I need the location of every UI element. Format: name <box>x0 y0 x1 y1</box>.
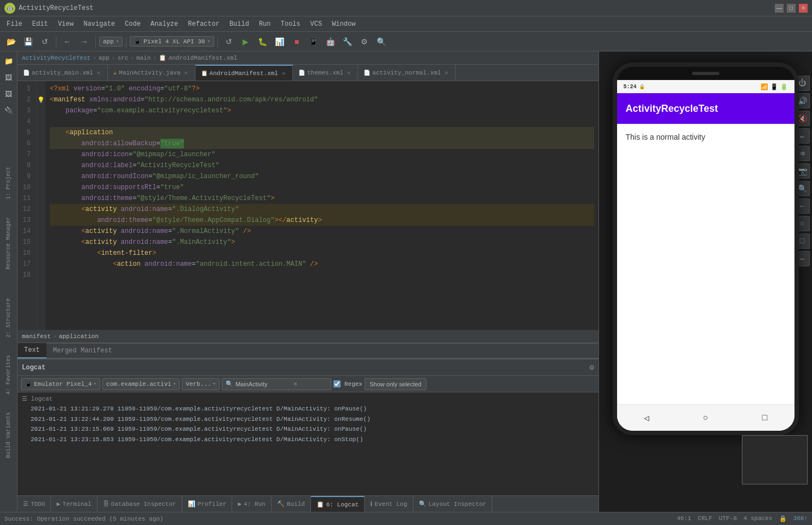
line-num-12: 12 <box>18 204 33 215</box>
emulator-selector[interactable]: 📱 Pixel 4 XL API 30 ▾ <box>130 36 214 47</box>
toolbar-back-btn[interactable]: ← <box>60 35 75 49</box>
phone-recent-btn[interactable]: □ <box>756 409 774 427</box>
tab-close-androidmanifest[interactable]: ✕ <box>280 70 287 77</box>
phone-battery-icon: 🔋 <box>780 83 788 90</box>
breadcrumb-src[interactable]: src <box>117 55 128 61</box>
editor-bottom-wrapper: 1 2 3 4 5 6 7 8 9 10 11 12 13 14 15 16 1 <box>18 81 598 512</box>
sidebar-label-structure[interactable]: 2: Structure <box>4 296 13 340</box>
toolbar-open-btn[interactable]: 📂 <box>3 35 19 49</box>
toolbar-reload-btn[interactable]: ↺ <box>221 35 237 49</box>
toolbar-run-btn[interactable]: ▶ <box>238 35 254 49</box>
sidebar-project-icon[interactable]: 📁 <box>1 54 16 69</box>
bottom-tab-run-icon: ▶ <box>238 500 241 507</box>
package-select[interactable]: com.example.activi ▾ <box>102 378 180 390</box>
bottom-tab-build[interactable]: 🔨 Build <box>272 496 311 512</box>
tab-androidmanifest[interactable]: 📋 AndroidManifest.xml ✕ <box>195 65 293 81</box>
nav-manifest[interactable]: manifest <box>22 333 51 340</box>
toolbar-stop-btn[interactable]: ■ <box>289 35 304 49</box>
toolbar-forward-btn[interactable]: → <box>77 35 92 49</box>
bottom-tab-profiler[interactable]: 📊 Profiler <box>182 496 233 512</box>
status-git-icon: 368↑ <box>793 515 808 522</box>
bottom-tab-layout[interactable]: 🔍 Layout Inspector <box>413 496 493 512</box>
logcat-search[interactable]: 🔍 ✕ <box>222 378 331 390</box>
phone-nav-bar: ◁ ○ □ <box>617 404 794 431</box>
bottom-panel: Logcat ⚙ 📱 Emulator Pixel_4 ▾ com.exampl… <box>18 358 598 512</box>
sidebar-plugin-icon[interactable]: 🔌 <box>1 103 16 118</box>
editor: 1 2 3 4 5 6 7 8 9 10 11 12 13 14 15 16 1 <box>18 81 598 330</box>
app-selector[interactable]: app ▾ <box>99 37 123 47</box>
minimize-button[interactable]: — <box>775 4 784 13</box>
maximize-button[interactable]: □ <box>787 4 796 13</box>
sidebar-image2-icon[interactable]: 🖼 <box>1 87 16 102</box>
tab-merged-manifest[interactable]: Merged Manifest <box>47 343 119 358</box>
code-line-6: android:allowBackup="true" <box>50 138 594 149</box>
editor-content[interactable]: <?xml version="1.0" encoding="utf-8"?> <… <box>45 81 598 330</box>
toolbar-device-btn[interactable]: 📱 <box>306 35 321 49</box>
menu-file[interactable]: File <box>2 19 27 29</box>
menu-code[interactable]: Code <box>120 19 145 29</box>
tab-close-mainactivity[interactable]: ✕ <box>183 69 189 77</box>
menu-build[interactable]: Build <box>225 19 254 29</box>
menu-view[interactable]: View <box>54 19 78 29</box>
breadcrumb-manifest[interactable]: AndroidManifest.xml <box>169 55 237 61</box>
breadcrumb-app[interactable]: app <box>99 55 110 61</box>
toolbar-save-btn[interactable]: 💾 <box>20 35 36 49</box>
menu-window[interactable]: Window <box>327 19 360 29</box>
toolbar-avd-btn[interactable]: 🤖 <box>323 35 338 49</box>
level-select[interactable]: Verb... ▾ <box>182 378 220 390</box>
tab-text[interactable]: Text <box>18 343 47 358</box>
phone-app-bar: ActivityRecycleTest <box>617 93 794 124</box>
menu-run[interactable]: Run <box>255 19 275 29</box>
line-num-4: 4 <box>18 116 33 127</box>
tab-close-activity-main[interactable]: ✕ <box>95 69 102 77</box>
tab-close-activity-normal[interactable]: ✕ <box>443 69 450 77</box>
menu-navigate[interactable]: Navigate <box>79 19 119 29</box>
toolbar-search-btn[interactable]: 🔍 <box>374 35 389 49</box>
bottom-tab-profiler-icon: 📊 <box>188 500 195 507</box>
toolbar-sync-btn[interactable]: ↺ <box>37 35 53 49</box>
toolbar-sdk-btn[interactable]: 🔧 <box>340 35 355 49</box>
regex-checkbox[interactable] <box>333 380 341 387</box>
tab-themes[interactable]: 📄 themes.xml ✕ <box>293 65 358 81</box>
tab-activity-normal[interactable]: 📄 activity_normal.xml ✕ <box>358 65 456 81</box>
toolbar-debug-btn[interactable]: 🐛 <box>255 35 270 49</box>
menu-vcs[interactable]: VCS <box>306 19 327 29</box>
menu-analyze[interactable]: Analyze <box>146 19 182 29</box>
sidebar-label-favorites[interactable]: 4: Favorites <box>4 353 13 397</box>
menu-edit[interactable]: Edit <box>28 19 53 29</box>
sidebar-label-project[interactable]: 1: Project <box>4 164 13 202</box>
status-position: 46:1 <box>677 515 691 522</box>
code-line-15: <activity android:name=".MainActivity"> <box>50 237 594 248</box>
bottom-tab-eventlog[interactable]: ℹ Event Log <box>365 496 413 512</box>
device-select-chevron: ▾ <box>94 381 96 387</box>
phone-home-btn[interactable]: ○ <box>697 409 715 427</box>
logcat-search-input[interactable] <box>235 381 290 387</box>
close-button[interactable]: ✕ <box>799 4 808 13</box>
bottom-tab-todo[interactable]: ☰ TODO <box>18 496 51 512</box>
device-select[interactable]: 📱 Emulator Pixel_4 ▾ <box>21 378 100 390</box>
tab-mainactivity[interactable]: ☕ MainActivity.java ✕ <box>108 65 195 81</box>
gutter-10 <box>37 138 45 149</box>
menu-refactor[interactable]: Refactor <box>183 19 224 29</box>
bottom-tab-run[interactable]: ▶ 4: Run <box>232 496 271 512</box>
bottom-tab-logcat[interactable]: 📋 6: Logcat <box>311 496 365 512</box>
logcat-search-clear[interactable]: ✕ <box>292 380 298 388</box>
menu-tools[interactable]: Tools <box>277 19 305 29</box>
bottom-tab-terminal[interactable]: ▶ Terminal <box>51 496 97 512</box>
sidebar-image-icon[interactable]: 🖼 <box>1 70 16 85</box>
tab-label-activity-normal: activity_normal.xml <box>372 70 441 76</box>
breadcrumb-project[interactable]: ActivityRecycleTest <box>22 55 90 61</box>
sidebar-label-build-variants[interactable]: Build Variants <box>4 410 13 460</box>
tab-close-themes[interactable]: ✕ <box>345 69 352 77</box>
show-selected-button[interactable]: Show only selected <box>365 378 427 390</box>
phone-back-btn[interactable]: ◁ <box>638 409 655 427</box>
toolbar-settings-btn[interactable]: ⚙ <box>357 35 372 49</box>
nav-application[interactable]: application <box>59 333 99 340</box>
tab-activity-main[interactable]: 📄 activity_main.xml ✕ <box>18 65 108 81</box>
line-num-17: 17 <box>18 259 33 270</box>
bottom-tab-db[interactable]: 🗄 Database Inspector <box>97 496 182 512</box>
sidebar-label-resource[interactable]: Resource Manager <box>4 215 13 272</box>
toolbar-profile-btn[interactable]: 📊 <box>272 35 287 49</box>
breadcrumb-main[interactable]: main <box>136 55 151 61</box>
logcat-gear-icon[interactable]: ⚙ <box>590 363 594 372</box>
